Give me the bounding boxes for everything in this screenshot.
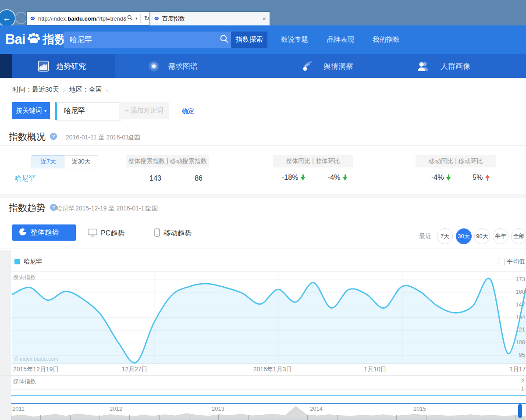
baidu-index-logo[interactable]: Bai 指数 [5, 31, 66, 48]
browser-forward-button[interactable]: → [15, 12, 27, 24]
address-divider [140, 14, 141, 23]
mobile-index-value: 86 [187, 174, 203, 182]
x-axis-tick: 2016年1月3日 [253, 366, 292, 374]
add-compare-button[interactable]: + 添加对比词 [119, 102, 169, 119]
subnav-item-people-label[interactable]: 人群画像 [441, 61, 470, 71]
trend-chart-icon[interactable] [37, 60, 50, 75]
nav-item-label: 数说专题 [281, 35, 308, 44]
down-arrow-icon [301, 174, 306, 181]
tab-pc-trend[interactable]: PC趋势 [88, 228, 124, 238]
header-search-box[interactable] [64, 32, 234, 48]
feature-nav: 趋势研究 需求图谱 舆情洞察 人群画像 [0, 54, 526, 78]
region-filter[interactable]: 地区：全国 [69, 85, 102, 94]
nav-item-index-explore[interactable]: 指数探索 [231, 32, 267, 48]
column-group-label: 整体同比 | 整体环比 [286, 157, 340, 165]
legend-color-swatch [14, 259, 20, 264]
people-portrait-icon[interactable] [416, 60, 430, 74]
timeline-year-label: 2014 [310, 406, 323, 412]
range-all[interactable]: 全部 [511, 228, 526, 244]
keyword-input[interactable] [55, 102, 121, 120]
header-search-input[interactable] [69, 35, 220, 45]
overview-tab-30days[interactable]: 近30天 [64, 155, 98, 168]
caret-down-icon: ▾ [44, 108, 46, 113]
mobile-yoy-value: -4% [431, 174, 444, 182]
y-axis-tick: 173 [515, 276, 525, 282]
tab-close-icon[interactable]: × [262, 15, 266, 22]
browser-back-button[interactable]: ← [0, 9, 16, 27]
nav-item-label: 我的指数 [373, 35, 400, 44]
nav-item-data-topics[interactable]: 数说专题 [279, 32, 310, 48]
row-keyword-link[interactable]: 哈尼罕 [14, 174, 36, 183]
media-y-tick: 1 [521, 386, 524, 392]
media-gridline [11, 389, 526, 390]
range-90days[interactable]: 90天 [474, 228, 490, 244]
nav-item-brand[interactable]: 品牌表现 [325, 32, 356, 48]
media-index-label: 媒体指数 [13, 377, 36, 385]
range-7days[interactable]: 7天 [437, 228, 453, 244]
address-dropdown-icon[interactable]: ▾ [135, 16, 138, 21]
overall-yoy-value: -18% [282, 174, 298, 182]
forward-arrow-icon: → [18, 15, 24, 21]
browser-tab[interactable]: 百度指数 × [149, 11, 270, 25]
range-label: 30天 [458, 232, 469, 240]
subnav-item-trend-label[interactable]: 趋势研究 [56, 61, 86, 71]
chevron-right-icon: › [106, 86, 108, 93]
keyword-mode-label: 按关键词 [16, 107, 42, 115]
search-icon[interactable] [220, 34, 229, 45]
overview-tab-7days[interactable]: 近7天 [32, 155, 65, 168]
column-group-mobile-change: 移动同比 | 移动环比 [416, 155, 496, 167]
subnav-left-edge [0, 54, 12, 78]
section-gap [0, 194, 526, 198]
range-label: 全部 [513, 232, 525, 240]
address-bar[interactable]: http://index.baidu.com/?tpl=trend&word=%… [26, 11, 153, 25]
mobile-mom-cell: 5% [473, 174, 490, 182]
baidu-index-page: ← → http://index.baidu.com/?tpl=trend&wo… [0, 0, 526, 420]
trend-chart-plot[interactable] [11, 271, 526, 364]
timeline-tick [278, 415, 278, 420]
timeline-drag-handle[interactable] [518, 404, 522, 418]
timeline-navigator[interactable] [11, 403, 526, 420]
timeline-year-label: 2013 [212, 406, 224, 412]
column-group-label: 移动同比 | 移动环比 [429, 157, 483, 165]
nav-item-my-index[interactable]: 我的指数 [371, 32, 402, 48]
tab-mobile-trend[interactable]: 移动趋势 [154, 228, 192, 238]
average-checkbox[interactable] [498, 259, 505, 265]
timeline-tick [129, 415, 130, 420]
subnav-item-demand-label[interactable]: 需求图谱 [168, 61, 198, 71]
range-half-year[interactable]: 半年 [493, 228, 508, 244]
tab-favicon-icon [153, 15, 160, 22]
sentiment-radar-icon[interactable] [302, 60, 314, 74]
keyword-mode-button[interactable]: 按关键词 ▾ [12, 102, 50, 119]
timeline-tick [426, 415, 426, 420]
url-prefix: http://index. [38, 15, 68, 22]
overall-index-value: 143 [139, 174, 161, 182]
legend-item[interactable]: 哈尼罕 [24, 258, 42, 266]
y-axis-tick: 108 [515, 339, 525, 345]
trend-region: 全国 [146, 205, 158, 213]
timeline-tick [307, 415, 308, 420]
down-arrow-icon [446, 174, 451, 181]
y-axis-tick: 121 [515, 326, 525, 333]
confirm-button[interactable]: 确定 [182, 107, 194, 115]
breadcrumb: 时间：最近30天 › 地区：全国 › [12, 85, 112, 94]
subnav-item-sentiment-label[interactable]: 舆情洞察 [323, 61, 353, 71]
x-axis-tick: 2015年12月19日 [13, 366, 59, 374]
timeline-tick [40, 415, 41, 420]
site-header: Bai 指数 指数探索 数说专题 品牌表现 我的指数 [0, 25, 526, 54]
url-path: /?tpl=trend&word=% [96, 15, 126, 22]
chevron-right-icon: › [63, 86, 65, 93]
overview-region: 全国 [128, 134, 140, 142]
time-filter[interactable]: 时间：最近30天 [12, 85, 59, 94]
media-index-line [11, 395, 526, 396]
tab-overall-trend[interactable]: 整体趋势 [12, 224, 76, 241]
address-search-icon[interactable] [127, 15, 133, 22]
demand-map-icon[interactable] [148, 60, 160, 74]
logo-text-index: 指数 [43, 32, 66, 47]
range-30days[interactable]: 30天 [456, 228, 472, 244]
browser-chrome: ← → http://index.baidu.com/?tpl=trend&wo… [0, 0, 526, 25]
timeline-tick [189, 415, 189, 420]
average-checkbox-label[interactable]: 平均值 [507, 258, 525, 266]
page-gutter [0, 250, 11, 420]
paw-icon [26, 31, 42, 48]
overview-help-icon[interactable]: ? [50, 133, 57, 140]
